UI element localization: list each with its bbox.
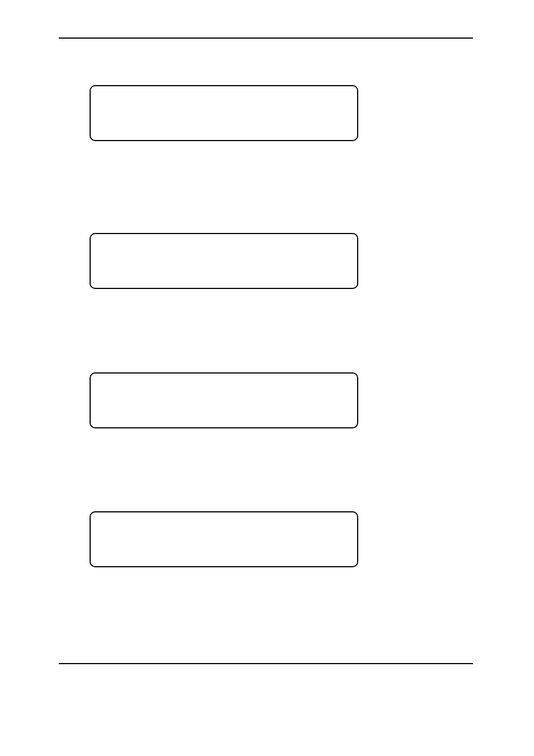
box-3: [90, 372, 358, 428]
box-4: [90, 511, 358, 567]
document-page: [0, 0, 534, 756]
box-1: [90, 85, 358, 141]
bottom-rule: [59, 663, 473, 664]
top-rule: [59, 38, 473, 39]
box-2: [90, 233, 358, 289]
